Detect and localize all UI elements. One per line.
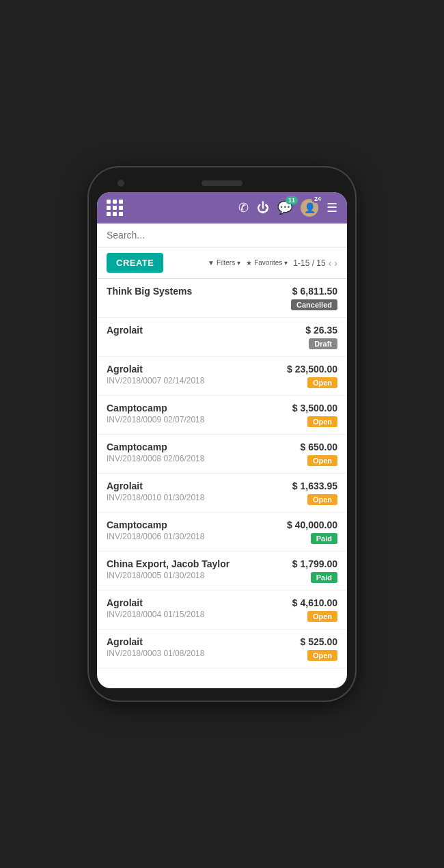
invoice-company: Agrolait bbox=[107, 636, 204, 647]
invoice-company: Camptocamp bbox=[107, 519, 204, 530]
status-badge: Paid bbox=[311, 533, 337, 544]
invoice-meta: INV/2018/0008 02/06/2018 bbox=[107, 454, 204, 463]
invoice-left: Agrolait bbox=[107, 325, 143, 336]
invoice-meta: INV/2018/0007 02/14/2018 bbox=[107, 376, 204, 385]
invoice-left: Agrolait INV/2018/0004 01/15/2018 bbox=[107, 597, 204, 619]
speaker-grill bbox=[202, 180, 242, 186]
invoice-right: $ 6,811.50 Cancelled bbox=[291, 286, 337, 310]
phone-icon[interactable]: ✆ bbox=[238, 200, 249, 215]
invoice-company: China Export, Jacob Taylor bbox=[107, 558, 230, 569]
invoice-left: Agrolait INV/2018/0003 01/08/2018 bbox=[107, 636, 204, 658]
invoice-meta: INV/2018/0009 02/07/2018 bbox=[107, 415, 204, 424]
list-item[interactable]: Agrolait $ 26.35 Draft bbox=[97, 318, 347, 357]
star-icon: ★ bbox=[246, 259, 252, 267]
chat-badge: 11 bbox=[286, 196, 298, 204]
prev-page-button[interactable]: ‹ bbox=[329, 258, 332, 269]
invoice-left: Camptocamp INV/2018/0006 01/30/2018 bbox=[107, 519, 204, 541]
invoice-amount: $ 3,500.00 bbox=[292, 403, 337, 413]
invoice-company: Agrolait bbox=[107, 325, 143, 336]
notif-badge: 24 bbox=[311, 195, 324, 203]
list-item[interactable]: Agrolait INV/2018/0007 02/14/2018 $ 23,5… bbox=[97, 357, 347, 396]
invoice-amount: $ 525.00 bbox=[301, 636, 338, 647]
list-item[interactable]: Camptocamp INV/2018/0008 02/06/2018 $ 65… bbox=[97, 435, 347, 474]
invoice-left: China Export, Jacob Taylor INV/2018/0005… bbox=[107, 558, 230, 580]
top-bar-icons: ✆ ⏻ 💬 11 👤 24 ☰ bbox=[238, 199, 337, 217]
invoice-meta: INV/2018/0010 01/30/2018 bbox=[107, 493, 204, 502]
invoice-company: Camptocamp bbox=[107, 403, 204, 413]
invoice-list: Think Big Systems $ 6,811.50 Cancelled A… bbox=[97, 279, 347, 688]
list-item[interactable]: Agrolait INV/2018/0003 01/08/2018 $ 525.… bbox=[97, 629, 347, 668]
invoice-meta: INV/2018/0006 01/30/2018 bbox=[107, 532, 204, 541]
search-input[interactable] bbox=[107, 230, 337, 241]
next-page-button[interactable]: › bbox=[334, 258, 337, 269]
filter-button[interactable]: ▼ Filters ▾ bbox=[208, 259, 240, 267]
invoice-right: $ 1,633.95 Open bbox=[292, 480, 337, 505]
invoice-right: $ 3,500.00 Open bbox=[292, 403, 337, 427]
invoice-amount: $ 6,811.50 bbox=[292, 286, 337, 297]
create-button[interactable]: CREATE bbox=[107, 253, 163, 273]
pagination: 1-15 / 15 ‹ › bbox=[293, 258, 337, 269]
grid-icon[interactable] bbox=[107, 200, 123, 216]
invoice-left: Agrolait INV/2018/0007 02/14/2018 bbox=[107, 364, 204, 385]
camera-dot bbox=[117, 180, 124, 187]
menu-icon[interactable]: ☰ bbox=[327, 200, 337, 215]
invoice-company: Think Big Systems bbox=[107, 286, 192, 297]
status-badge: Open bbox=[307, 650, 337, 661]
invoice-company: Agrolait bbox=[107, 597, 204, 608]
status-badge: Open bbox=[307, 494, 337, 505]
invoice-amount: $ 1,799.00 bbox=[292, 558, 337, 569]
invoice-right: $ 650.00 Open bbox=[301, 442, 338, 466]
invoice-left: Think Big Systems bbox=[107, 286, 192, 297]
invoice-left: Agrolait INV/2018/0010 01/30/2018 bbox=[107, 480, 204, 502]
search-bar bbox=[97, 223, 347, 247]
toolbar: CREATE ▼ Filters ▾ ★ Favorites ▾ 1-15 / … bbox=[97, 247, 347, 279]
invoice-right: $ 4,610.00 Open bbox=[292, 597, 337, 622]
invoice-left: Camptocamp INV/2018/0009 02/07/2018 bbox=[107, 403, 204, 424]
phone-device: ✆ ⏻ 💬 11 👤 24 ☰ bbox=[89, 167, 355, 701]
invoice-right: $ 40,000.00 Paid bbox=[287, 519, 337, 544]
invoice-right: $ 1,799.00 Paid bbox=[292, 558, 337, 583]
status-badge: Draft bbox=[309, 338, 337, 349]
status-badge: Paid bbox=[311, 572, 337, 583]
status-badge: Open bbox=[307, 455, 337, 466]
list-item[interactable]: China Export, Jacob Taylor INV/2018/0005… bbox=[97, 552, 347, 591]
phone-top-bezel bbox=[97, 180, 347, 192]
invoice-meta: INV/2018/0003 01/08/2018 bbox=[107, 649, 204, 658]
invoice-right: $ 525.00 Open bbox=[301, 636, 338, 661]
invoice-amount: $ 4,610.00 bbox=[292, 597, 337, 608]
phone-screen: ✆ ⏻ 💬 11 👤 24 ☰ bbox=[97, 192, 347, 688]
invoice-company: Agrolait bbox=[107, 480, 204, 491]
invoice-amount: $ 1,633.95 bbox=[292, 480, 337, 491]
invoice-company: Agrolait bbox=[107, 364, 204, 375]
invoice-left: Camptocamp INV/2018/0008 02/06/2018 bbox=[107, 442, 204, 463]
invoice-right: $ 23,500.00 Open bbox=[287, 364, 337, 388]
invoice-amount: $ 40,000.00 bbox=[287, 519, 337, 530]
invoice-meta: INV/2018/0005 01/30/2018 bbox=[107, 571, 230, 580]
timer-icon[interactable]: ⏻ bbox=[257, 201, 269, 215]
list-item[interactable]: Agrolait INV/2018/0004 01/15/2018 $ 4,61… bbox=[97, 591, 347, 629]
invoice-meta: INV/2018/0004 01/15/2018 bbox=[107, 610, 204, 619]
invoice-company: Camptocamp bbox=[107, 442, 204, 452]
notification-icon[interactable]: 👤 24 bbox=[301, 199, 318, 217]
invoice-right: $ 26.35 Draft bbox=[305, 325, 337, 349]
invoice-amount: $ 23,500.00 bbox=[287, 364, 337, 375]
status-badge: Cancelled bbox=[291, 299, 337, 310]
list-item[interactable]: Camptocamp INV/2018/0006 01/30/2018 $ 40… bbox=[97, 513, 347, 552]
invoice-amount: $ 650.00 bbox=[301, 442, 338, 452]
invoice-amount: $ 26.35 bbox=[305, 325, 337, 336]
status-badge: Open bbox=[307, 377, 337, 388]
status-badge: Open bbox=[307, 611, 337, 622]
status-badge: Open bbox=[307, 416, 337, 427]
favorites-button[interactable]: ★ Favorites ▾ bbox=[246, 259, 288, 267]
top-bar: ✆ ⏻ 💬 11 👤 24 ☰ bbox=[97, 192, 347, 223]
filter-icon: ▼ bbox=[208, 259, 214, 267]
chat-icon[interactable]: 💬 11 bbox=[277, 200, 292, 215]
list-item[interactable]: Think Big Systems $ 6,811.50 Cancelled bbox=[97, 279, 347, 318]
list-item[interactable]: Agrolait INV/2018/0010 01/30/2018 $ 1,63… bbox=[97, 474, 347, 513]
list-item[interactable]: Camptocamp INV/2018/0009 02/07/2018 $ 3,… bbox=[97, 396, 347, 435]
